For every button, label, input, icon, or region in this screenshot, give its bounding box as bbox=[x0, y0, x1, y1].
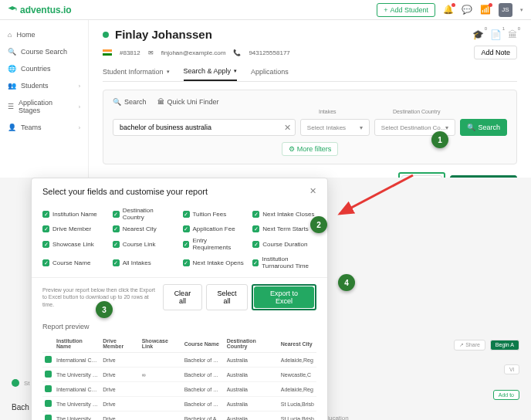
bank-icon[interactable]: 🏛0 bbox=[508, 29, 517, 40]
check-icon: ✓ bbox=[42, 259, 49, 266]
col-header: Showcase Link bbox=[140, 335, 182, 353]
chevron-right-icon: › bbox=[79, 104, 80, 110]
field-checkbox[interactable]: ✓Showcase Link bbox=[42, 237, 107, 251]
step-2: 2 bbox=[310, 216, 327, 233]
field-checkbox[interactable]: ✓Destination Country bbox=[113, 207, 177, 221]
close-icon[interactable]: ✕ bbox=[309, 186, 316, 196]
field-checkbox[interactable]: ✓Course Link bbox=[113, 237, 177, 251]
col-header: Drive Member bbox=[100, 335, 139, 353]
sidebar-item-countries[interactable]: 🌐Countries bbox=[0, 60, 88, 77]
row-check-icon[interactable] bbox=[45, 400, 52, 407]
select-all-button[interactable]: Select all bbox=[206, 284, 248, 310]
add-note-button[interactable]: Add Note bbox=[474, 46, 517, 59]
check-icon: ✓ bbox=[183, 259, 190, 266]
sidebar-item-students[interactable]: 👥Students› bbox=[0, 77, 88, 94]
rss-icon[interactable]: 📶 bbox=[480, 5, 491, 15]
more-filters-button[interactable]: ⚙ More filters bbox=[282, 142, 339, 156]
table-row[interactable]: International CollegeDriveBachelor of Bu… bbox=[42, 382, 316, 397]
search-card: 🔍 Search 🏛 Quick Uni Finder IntakesDesti… bbox=[103, 90, 517, 164]
step-4: 4 bbox=[338, 274, 355, 291]
clear-icon[interactable]: ✕ bbox=[284, 123, 291, 133]
row-check-icon[interactable] bbox=[45, 356, 52, 363]
avatar[interactable]: JS bbox=[499, 3, 512, 17]
field-checkbox[interactable]: ✓Course Duration bbox=[252, 237, 316, 251]
chevron-right-icon: › bbox=[79, 83, 80, 89]
row-check-icon[interactable] bbox=[45, 415, 52, 420]
row-check-icon[interactable] bbox=[45, 371, 52, 378]
table-row[interactable]: The University of NeDrive∞Bachelor of Bu… bbox=[42, 368, 316, 382]
svg-line-0 bbox=[340, 175, 413, 214]
check-icon: ✓ bbox=[113, 259, 120, 266]
step-1: 1 bbox=[431, 131, 448, 148]
table-row[interactable]: The University of QuDriveBachelor of Adv… bbox=[42, 412, 316, 421]
grad-icon[interactable]: 🎓0 bbox=[472, 29, 484, 40]
student-email: finjohan@example.com bbox=[161, 49, 226, 56]
dest-label: Destination Country bbox=[393, 109, 462, 114]
sidebar-item-home[interactable]: ⌂Home bbox=[0, 26, 88, 43]
intakes-select[interactable]: Select Intakes▾ bbox=[300, 119, 370, 136]
field-checkbox[interactable]: ✓Course Name bbox=[42, 256, 107, 269]
field-checkbox[interactable]: ✓Drive Member bbox=[42, 225, 107, 232]
preview-table: Institution NameDrive MemberShowcase Lin… bbox=[42, 335, 316, 420]
table-row[interactable]: The University of QuDriveBachelor of Bus… bbox=[42, 397, 316, 412]
field-checkbox[interactable]: ✓Tuition Fees bbox=[183, 207, 247, 221]
quick-finder-link[interactable]: 🏛 Quick Uni Finder bbox=[157, 98, 219, 106]
phone-icon: 📞 bbox=[233, 49, 241, 56]
team-icon: 👤 bbox=[8, 124, 16, 131]
chevron-right-icon: › bbox=[79, 125, 80, 130]
search-link[interactable]: 🔍 Search bbox=[113, 98, 147, 106]
intakes-label: Intakes bbox=[319, 109, 388, 114]
check-icon: ✓ bbox=[42, 225, 49, 232]
sidebar-item-course-search[interactable]: 🔍Course Search bbox=[0, 43, 88, 60]
check-icon: ✓ bbox=[252, 225, 259, 232]
begin-bg[interactable]: Begin A bbox=[490, 340, 519, 351]
field-checkbox[interactable]: ✓Application Fee bbox=[183, 225, 247, 232]
student-name: Finlay Johanssen bbox=[115, 28, 212, 41]
sidebar-item-teams[interactable]: 👤Teams› bbox=[0, 119, 88, 136]
export-modal: Select your fields and customise your re… bbox=[31, 178, 328, 420]
email-icon: ✉ bbox=[148, 49, 154, 56]
chevron-down-icon: ▾ bbox=[234, 68, 237, 74]
field-checkbox[interactable]: ✓Next Intake Opens bbox=[183, 256, 247, 269]
add-bg[interactable]: Add to bbox=[493, 390, 519, 400]
topbar: adventus.io + Add Student 🔔 💬 📶 JS ▾ bbox=[0, 0, 531, 20]
field-checkbox[interactable]: ✓Next Intake Closes bbox=[252, 207, 316, 221]
clear-all-button[interactable]: Clear all bbox=[163, 284, 202, 310]
field-checkbox[interactable]: ✓Next Term Starts bbox=[252, 225, 316, 232]
check-icon: ✓ bbox=[42, 211, 49, 218]
row-check-icon[interactable] bbox=[45, 385, 52, 392]
flag-icon bbox=[103, 49, 112, 56]
tab-search-apply[interactable]: Search & Apply▾ bbox=[184, 67, 238, 81]
check-icon: ✓ bbox=[183, 241, 190, 248]
chat-icon[interactable]: 💬 bbox=[462, 5, 472, 15]
field-checkbox[interactable]: ✓All Intakes bbox=[113, 256, 177, 269]
share-bg[interactable]: ↗ Share bbox=[454, 340, 485, 351]
search-field[interactable] bbox=[113, 119, 296, 136]
tab-student-info[interactable]: Student Information▾ bbox=[103, 67, 170, 81]
add-student-button[interactable]: + Add Student bbox=[377, 3, 435, 17]
export-excel-button[interactable]: Export to Excel bbox=[254, 286, 314, 308]
view-bg[interactable]: Vi bbox=[504, 364, 519, 374]
modal-title: Select your fields and customise your re… bbox=[42, 187, 208, 196]
bell-icon[interactable]: 🔔 bbox=[443, 5, 454, 15]
field-checkbox[interactable]: ✓Entry Requirements bbox=[183, 237, 247, 251]
search-button[interactable]: 🔍 Search bbox=[460, 119, 507, 136]
tab-applications[interactable]: Applications bbox=[251, 67, 289, 81]
check-icon: ✓ bbox=[113, 211, 120, 218]
field-checkbox[interactable]: ✓Institution Turnaround Time bbox=[252, 256, 316, 269]
table-row[interactable]: International CollegeDriveBachelor of Bu… bbox=[42, 353, 316, 368]
chevron-down-icon: ▾ bbox=[167, 69, 170, 75]
search-query-input[interactable]: ✕ bbox=[113, 119, 296, 136]
tabs: Student Information▾ Search & Apply▾ App… bbox=[103, 67, 517, 82]
brand-logo[interactable]: adventus.io bbox=[8, 5, 72, 15]
users-icon: 👥 bbox=[8, 82, 16, 90]
chevron-down-icon[interactable]: ▾ bbox=[520, 7, 523, 13]
globe-icon: 🌐 bbox=[8, 65, 16, 73]
step-3: 3 bbox=[96, 301, 113, 318]
field-checkbox[interactable]: ✓Nearest City bbox=[113, 225, 177, 232]
field-checkbox[interactable]: ✓Institution Name bbox=[42, 207, 107, 221]
cap-icon bbox=[8, 5, 17, 15]
doc-icon[interactable]: 📄1 bbox=[490, 29, 502, 40]
student-phone: 943125558177 bbox=[249, 49, 289, 56]
sidebar-item-app-stages[interactable]: ☰Application Stages› bbox=[0, 94, 88, 119]
